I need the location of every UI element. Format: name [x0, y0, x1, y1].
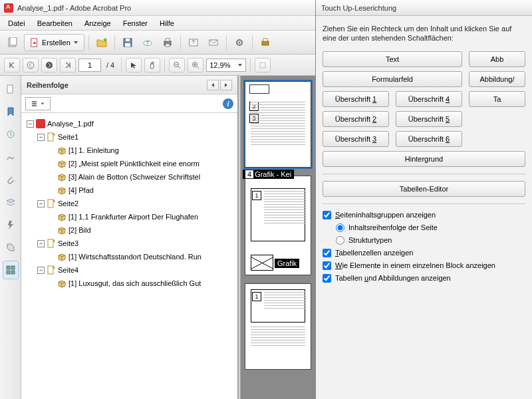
create-button[interactable]: Erstellen [24, 34, 84, 51]
tree-item-row[interactable]: [1] Wirtschaftsstandort Deutschland. Run [48, 250, 235, 263]
svg-rect-34 [32, 103, 37, 104]
h5-button[interactable]: Überschrift 5 [396, 111, 462, 127]
signatures-tab[interactable] [3, 148, 19, 166]
svg-rect-37 [48, 200, 53, 207]
svg-rect-29 [7, 266, 10, 269]
panel-next-button[interactable] [220, 80, 232, 90]
last-page-button[interactable] [60, 58, 76, 72]
svg-rect-32 [11, 271, 15, 274]
open-button[interactable] [93, 34, 110, 51]
tree-item-row[interactable]: [3] Alain de Botton (Schweizer Schriftst… [48, 170, 235, 184]
window-title: Analyse_1.pdf - Adobe Acrobat Pro [17, 4, 131, 12]
next-page-button[interactable] [41, 58, 57, 72]
recent-button[interactable] [4, 34, 21, 51]
menu-datei[interactable]: Datei [3, 18, 31, 29]
svg-rect-33 [32, 101, 37, 102]
show-groups-check[interactable]: Seiteninhaltsgruppen anzeigen [323, 211, 525, 219]
h2-button[interactable]: Überschrift 2 [323, 111, 389, 127]
attachments-tab[interactable] [3, 170, 19, 189]
single-block-check[interactable]: Wie Elemente in einem einzelnen Block an… [323, 261, 525, 270]
tree-item-row[interactable]: [1] 1. Einleitung [48, 144, 235, 157]
menu-anzeige[interactable]: Anzeige [79, 18, 116, 29]
first-page-button[interactable] [4, 58, 20, 72]
svg-rect-5 [126, 39, 130, 41]
menu-bearbeiten[interactable]: Bearbeiten [32, 18, 78, 29]
panel-prev-button[interactable] [207, 80, 219, 90]
svg-rect-30 [11, 266, 15, 269]
svg-line-25 [197, 66, 199, 68]
document-view[interactable]: 2 3 4Grafik - Kei 1 Grafik 1 [241, 76, 315, 399]
bookmarks-tab[interactable] [3, 102, 19, 121]
tree-page-row[interactable]: −Seite2 [37, 197, 235, 210]
options-menu-button[interactable] [25, 97, 51, 110]
svg-rect-27 [7, 85, 13, 93]
zoom-value: 12,9% [209, 61, 230, 69]
cloud-button[interactable] [139, 34, 156, 51]
order-tree[interactable]: −Analyse_1.pdf−Seite1[1] 1. Einleitung[2… [21, 113, 237, 399]
app-icon [4, 3, 13, 13]
formfield-button[interactable]: Formularfeld [323, 71, 462, 87]
menu-hilfe[interactable]: Hilfe [154, 18, 180, 29]
figure-caption-button[interactable]: Abbildung/ [469, 71, 525, 87]
tree-root-row[interactable]: −Analyse_1.pdf [27, 117, 235, 130]
h4-button[interactable]: Überschrift 4 [396, 91, 462, 107]
svg-rect-1 [10, 37, 17, 45]
page-thumb-3[interactable]: 1 [245, 283, 311, 370]
marquee-zoom-button[interactable] [255, 58, 271, 72]
zoom-out-button[interactable] [169, 58, 185, 72]
print-button[interactable] [159, 34, 176, 51]
left-sidebar [0, 76, 21, 399]
tree-page-row[interactable]: −Seite1 [37, 130, 235, 144]
background-button[interactable]: Hintergrund [323, 151, 525, 167]
tables-figures-check[interactable]: Tabellen und Abbildungen anzeigen [323, 274, 525, 283]
main-toolbar: Erstellen [0, 31, 315, 55]
page-input[interactable] [78, 59, 101, 72]
svg-point-17 [27, 62, 34, 68]
tree-item-row[interactable]: [2] Bild [48, 223, 235, 237]
tree-item-row[interactable]: [1] 1.1 Frankfurter Airport Der Flughafe… [48, 210, 235, 223]
info-button[interactable]: i [223, 98, 233, 109]
quickprint-button[interactable] [257, 34, 274, 51]
chevron-down-icon [41, 102, 45, 106]
email-button[interactable] [205, 34, 222, 51]
page-total: / 4 [104, 61, 117, 69]
svg-rect-9 [166, 39, 170, 41]
save-button[interactable] [119, 34, 136, 51]
table-editor-button[interactable]: Tabellen-Editor [323, 181, 525, 197]
tree-item-row[interactable]: [2] „Meist spielt Pünktlichkeit eine eno… [48, 157, 235, 170]
tree-item-row[interactable]: [4] Pfad [48, 184, 235, 197]
tree-item-row[interactable]: [1] Luxusgut, das sich ausschließlich Gu… [48, 277, 235, 290]
page-thumb-2[interactable]: 4Grafik - Kei 1 Grafik [245, 176, 311, 275]
h1-button[interactable]: Überschrift 1 [323, 91, 389, 107]
chevron-down-icon [73, 40, 78, 45]
hand-tool-button[interactable] [144, 58, 160, 72]
order-panel-title: Reihenfolge [27, 81, 68, 89]
h6-button[interactable]: Überschrift 6 [396, 131, 462, 147]
tree-page-row[interactable]: −Seite3 [37, 237, 235, 250]
svg-rect-10 [166, 44, 170, 47]
order-tab[interactable] [3, 261, 19, 279]
tree-page-row[interactable]: −Seite4 [37, 263, 235, 277]
content-order-radio[interactable]: Inhaltsreihenfolge der Seite [336, 223, 525, 232]
tags-tab[interactable] [3, 238, 19, 257]
pages-tab[interactable] [3, 80, 19, 98]
structure-types-radio[interactable]: Strukturtypen [336, 236, 525, 245]
share-button[interactable] [185, 34, 202, 51]
page-thumb-1[interactable]: 2 3 [245, 81, 311, 168]
settings-button[interactable] [231, 34, 248, 51]
actions-tab[interactable] [3, 215, 19, 234]
svg-line-21 [178, 66, 180, 68]
text-button[interactable]: Text [323, 51, 462, 67]
zoom-in-button[interactable] [188, 58, 203, 72]
prev-page-button[interactable] [23, 58, 39, 72]
history-tab[interactable] [3, 125, 19, 144]
h3-button[interactable]: Überschrift 3 [323, 131, 389, 147]
select-tool-button[interactable] [126, 58, 142, 72]
layers-tab[interactable] [3, 193, 19, 211]
svg-point-14 [238, 41, 240, 43]
figure-button[interactable]: Abb [469, 51, 525, 67]
show-cells-check[interactable]: Tabellenzellen anzeigen [323, 249, 525, 257]
table-button[interactable]: Ta [469, 91, 525, 107]
zoom-select[interactable]: 12,9% [206, 59, 246, 72]
menu-fenster[interactable]: Fenster [118, 18, 153, 29]
